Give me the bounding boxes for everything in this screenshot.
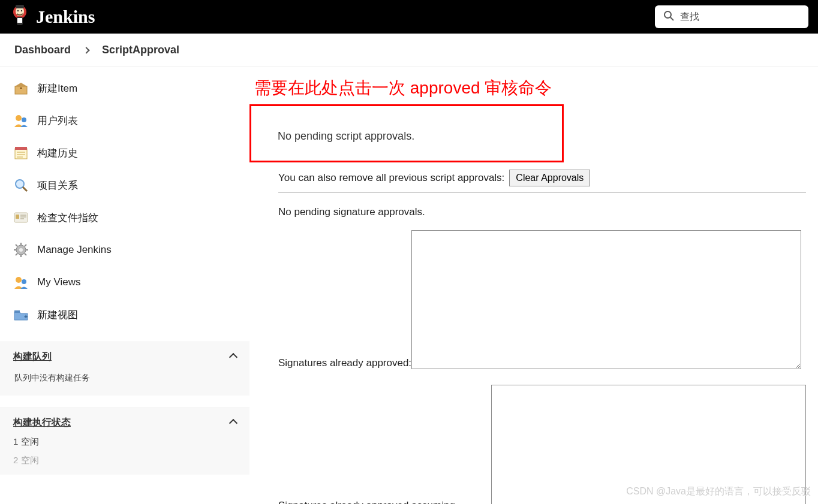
users-icon xyxy=(13,113,29,128)
jenkins-icon xyxy=(10,4,30,30)
svg-point-13 xyxy=(22,117,26,122)
svg-point-27 xyxy=(19,248,23,252)
sidebar-item-label: 项目关系 xyxy=(37,179,78,192)
panel-title: 构建队列 xyxy=(13,351,52,363)
annotation-box: No pending script approvals. xyxy=(249,104,564,162)
chevron-right-icon xyxy=(83,47,89,53)
sidebar-item-new[interactable]: 新建Item xyxy=(0,72,249,104)
svg-rect-2 xyxy=(16,5,24,8)
svg-point-19 xyxy=(16,180,24,188)
sidebar-item-history[interactable]: 构建历史 xyxy=(0,137,249,169)
svg-line-20 xyxy=(23,187,27,191)
search-input[interactable] xyxy=(680,11,800,22)
approved-signatures-textarea[interactable] xyxy=(411,230,801,369)
svg-line-33 xyxy=(25,253,26,255)
queue-empty-text: 队列中没有构建任务 xyxy=(13,363,236,387)
sidebar-item-label: 新建Item xyxy=(37,82,77,95)
build-queue-header[interactable]: 构建队列 xyxy=(13,351,236,363)
svg-rect-38 xyxy=(14,310,20,313)
approved-signatures-perm-textarea[interactable] xyxy=(491,385,806,504)
box-icon xyxy=(13,80,29,96)
users-icon xyxy=(13,274,29,290)
svg-rect-6 xyxy=(17,18,22,23)
divider xyxy=(278,192,806,193)
sidebar-item-relations[interactable]: 项目关系 xyxy=(0,169,249,201)
sidebar-item-label: My Views xyxy=(37,276,80,288)
notepad-icon xyxy=(13,145,29,161)
sidebar-item-label: 新建视图 xyxy=(37,308,78,322)
folder-plus-icon: + xyxy=(13,307,29,322)
sidebar-item-newview[interactable]: + 新建视图 xyxy=(0,298,249,331)
sidebar-item-label: 构建历史 xyxy=(37,146,78,160)
crumb-current[interactable]: ScriptApproval xyxy=(102,44,179,56)
gear-icon xyxy=(13,242,29,258)
sidebar: 新建Item 用户列表 构建历史 项目关系 xyxy=(0,67,249,504)
svg-rect-11 xyxy=(20,87,22,89)
svg-text:+: + xyxy=(24,313,28,320)
build-queue-panel: 构建队列 队列中没有构建任务 xyxy=(0,342,249,396)
svg-line-34 xyxy=(16,253,17,255)
chevron-up-icon xyxy=(229,352,237,361)
sidebar-item-fingerprint[interactable]: 检查文件指纹 xyxy=(0,201,249,234)
svg-point-4 xyxy=(21,10,22,11)
brand-text: Jenkins xyxy=(36,7,95,27)
magnify-icon xyxy=(13,177,29,193)
svg-line-8 xyxy=(670,17,673,20)
search-box[interactable] xyxy=(655,5,808,28)
panel-title: 构建执行状态 xyxy=(13,417,71,429)
sidebar-item-manage[interactable]: Manage Jenkins xyxy=(0,234,249,266)
executor-header[interactable]: 构建执行状态 xyxy=(13,417,236,429)
executor-row: 1 空闲 xyxy=(13,429,236,448)
executor-panel: 构建执行状态 1 空闲 2 空闲 xyxy=(0,408,249,475)
svg-rect-15 xyxy=(15,147,27,150)
logo[interactable]: Jenkins xyxy=(10,4,95,30)
search-icon xyxy=(663,10,674,23)
sidebar-item-users[interactable]: 用户列表 xyxy=(0,104,249,137)
executor-row: 2 空闲 xyxy=(13,448,236,466)
breadcrumb: Dashboard ScriptApproval xyxy=(0,34,818,67)
svg-rect-22 xyxy=(16,215,19,219)
signatures-approved-perm-label: Signatures already approved assuming per… xyxy=(278,500,489,504)
top-bar: Jenkins xyxy=(0,0,818,34)
svg-rect-9 xyxy=(15,86,27,94)
sidebar-item-label: 用户列表 xyxy=(37,114,78,128)
sidebar-item-label: 检查文件指纹 xyxy=(37,211,98,225)
svg-point-36 xyxy=(16,277,22,283)
fingerprint-icon xyxy=(13,210,29,225)
svg-point-37 xyxy=(22,279,26,284)
signatures-approved-label: Signatures already approved: xyxy=(278,357,411,369)
no-pending-scripts-text: No pending script approvals. xyxy=(278,130,414,142)
no-pending-signatures-text: No pending signature approvals. xyxy=(278,206,425,218)
sidebar-item-myviews[interactable]: My Views xyxy=(0,266,249,298)
remove-previous-text: You can also remove all previous script … xyxy=(278,172,504,184)
chevron-up-icon xyxy=(229,418,237,427)
svg-line-35 xyxy=(25,245,26,246)
svg-marker-10 xyxy=(15,83,27,86)
svg-point-12 xyxy=(16,115,22,121)
svg-point-7 xyxy=(664,11,671,18)
svg-point-3 xyxy=(17,10,19,11)
annotation-text: 需要在此处点击一次 approved 审核命令 xyxy=(254,77,806,99)
crumb-dashboard[interactable]: Dashboard xyxy=(14,44,71,56)
clear-approvals-button[interactable]: Clear Approvals xyxy=(509,170,590,186)
main-content: 需要在此处点击一次 approved 审核命令 No pending scrip… xyxy=(249,67,818,504)
sidebar-item-label: Manage Jenkins xyxy=(37,244,112,256)
svg-line-32 xyxy=(16,245,17,246)
